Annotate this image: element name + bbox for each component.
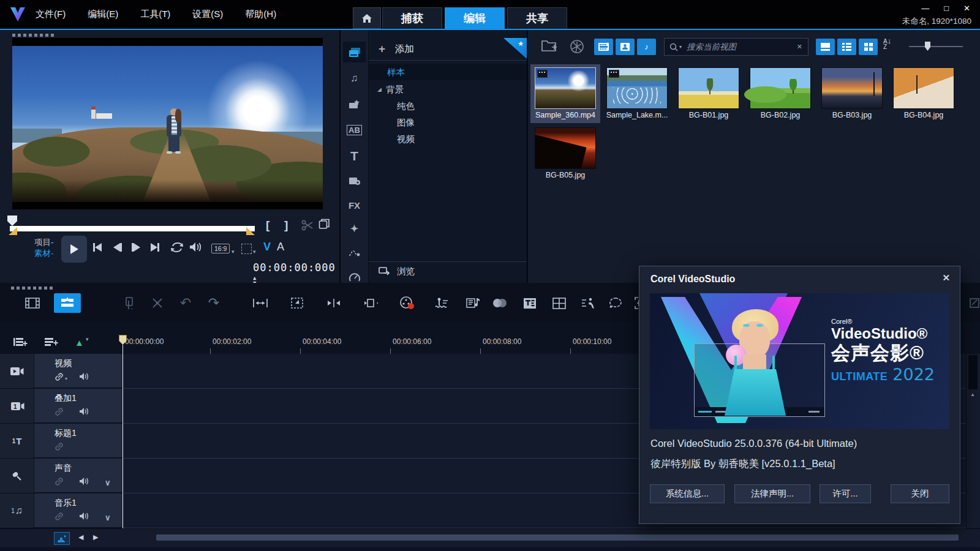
menu-file[interactable]: 文件(F) <box>36 9 66 20</box>
repeat-button[interactable] <box>170 242 184 253</box>
next-frame-button[interactable] <box>132 243 140 252</box>
category-overlay[interactable] <box>343 170 366 191</box>
customize-motion-button[interactable] <box>605 293 626 313</box>
tab-edit[interactable]: 编辑 <box>445 7 505 29</box>
library-item-bgb03[interactable]: BG-B03.jpg <box>817 64 887 123</box>
link-drop-icon[interactable]: ▾ <box>65 376 67 381</box>
timeline-horizontal-scrollbar[interactable] <box>156 534 959 541</box>
hidden-toolbar-icon[interactable] <box>964 293 980 313</box>
trim-bar[interactable] <box>10 226 255 231</box>
title-track-icon[interactable]: 1T <box>0 424 34 459</box>
track-header[interactable]: 音乐1 ∨ <box>34 493 123 528</box>
waveform-toggle-icon[interactable]: ∨ <box>105 478 111 487</box>
preview-video[interactable] <box>12 38 323 209</box>
toolbar-drag-handle[interactable] <box>11 287 53 290</box>
waveform-toggle-icon[interactable]: ∨ <box>105 513 111 522</box>
tree-item-video[interactable]: 视频 <box>369 131 527 147</box>
category-instant-project[interactable] <box>343 94 366 114</box>
category-transition[interactable]: AB <box>343 119 366 140</box>
track-header[interactable]: 视频 ▾ <box>34 354 123 388</box>
go-end-button[interactable] <box>151 243 159 252</box>
shuttle-handle[interactable] <box>7 216 17 226</box>
library-item-samplelake[interactable]: Sample_Lake.m... <box>602 64 672 123</box>
timeline-vertical-scrollbar[interactable]: ▲ <box>966 354 980 528</box>
chapter-marker-button[interactable]: ▲ <box>75 337 84 348</box>
license-button[interactable]: 许可... <box>820 484 871 503</box>
undo-button[interactable]: ↶ <box>175 293 196 313</box>
filter-audio-button[interactable]: ♪ <box>637 39 656 55</box>
system-volume-button[interactable] <box>189 241 202 253</box>
voice-track-icon[interactable] <box>0 459 34 493</box>
panel-drag-handle[interactable] <box>12 34 54 37</box>
video-track-icon[interactable] <box>0 354 34 389</box>
ripple-edit-button[interactable] <box>360 293 381 313</box>
system-info-button[interactable]: 系统信息... <box>650 484 725 503</box>
track-mute-icon[interactable] <box>79 372 89 381</box>
expand-arrow-icon[interactable]: ◢ <box>377 86 382 92</box>
category-motion-path[interactable] <box>343 242 366 263</box>
music-track-icon[interactable]: 1♫ <box>0 493 34 528</box>
close-dialog-button[interactable]: 关闭 <box>891 484 949 503</box>
play-button[interactable] <box>61 236 87 263</box>
v-overlay-toggle[interactable]: V <box>263 241 271 253</box>
library-item-bgb02[interactable]: BG-B02.jpg <box>745 64 815 123</box>
home-button[interactable] <box>353 7 381 29</box>
fit-project-button[interactable] <box>250 293 271 313</box>
insert-track-button[interactable] <box>44 337 59 350</box>
prev-frame-button[interactable] <box>113 243 122 252</box>
menu-settings[interactable]: 设置(S) <box>192 9 223 20</box>
view-thumb-button[interactable] <box>816 39 835 55</box>
blend-mode-button[interactable] <box>490 293 511 313</box>
expand-clip-button[interactable] <box>323 293 344 313</box>
menu-edit[interactable]: 编辑(E) <box>88 9 118 20</box>
render-area-button[interactable] <box>287 293 307 313</box>
filter-photo-button[interactable] <box>616 39 635 55</box>
sort-button[interactable]: A↓Z <box>883 38 897 50</box>
overlay-track-icon[interactable]: 1 <box>0 389 34 424</box>
aspect-drop-icon[interactable]: ▾ <box>232 249 235 255</box>
category-fx[interactable]: FX <box>343 195 366 216</box>
record-capture-button[interactable] <box>397 293 418 313</box>
slider-thumb[interactable] <box>925 42 930 51</box>
motion-tracking-button[interactable] <box>578 293 599 313</box>
scroll-to-playhead-button[interactable] <box>54 532 70 545</box>
scroll-up-icon[interactable]: ▲ <box>970 392 975 397</box>
enlarge-preview-icon[interactable] <box>318 219 330 230</box>
storyboard-view-button[interactable] <box>22 293 43 313</box>
import-media-folder-icon[interactable] <box>541 39 557 52</box>
selection-tool[interactable] <box>241 244 252 254</box>
browse-button[interactable]: 浏览 <box>369 261 527 280</box>
capture-aperture-icon[interactable] <box>570 39 584 54</box>
view-grid-button[interactable] <box>859 39 878 55</box>
minimize-button[interactable]: — <box>921 4 929 13</box>
mark-out-button[interactable]: ] <box>284 219 288 232</box>
track-mute-icon[interactable] <box>79 407 89 416</box>
track-header[interactable]: 标题1 <box>34 424 123 458</box>
copy-tool-button[interactable] <box>120 293 141 313</box>
dialog-close-icon[interactable]: ✕ <box>942 272 950 283</box>
track-header[interactable]: 声音 ∨ <box>34 459 123 493</box>
track-mute-icon[interactable] <box>79 477 89 485</box>
search-clear-icon[interactable]: ✕ <box>797 43 802 51</box>
go-start-button[interactable] <box>93 243 102 252</box>
auto-music-button[interactable] <box>463 293 484 313</box>
tree-item-background[interactable]: ◢ 背景 <box>369 81 527 97</box>
search-box[interactable]: ▾ 搜索当前视图 ✕ <box>664 38 809 56</box>
sound-mixer-button[interactable] <box>431 293 452 313</box>
link-icon[interactable] <box>55 372 64 381</box>
mark-in-button[interactable]: [ <box>266 219 270 232</box>
vertical-scroll-thumb[interactable] <box>968 355 978 389</box>
menu-help[interactable]: 帮助(H) <box>245 9 276 20</box>
tree-item-solid-color[interactable]: 纯色 <box>369 98 527 114</box>
aspect-ratio-chip[interactable]: 16:9 <box>211 244 230 253</box>
track-mute-icon[interactable] <box>79 512 89 520</box>
library-item-bgb04[interactable]: BG-B04.jpg <box>889 64 959 123</box>
library-item-bgb01[interactable]: BG-B01.jpg <box>674 64 744 123</box>
category-title[interactable]: T <box>343 146 366 167</box>
redo-button[interactable]: ↷ <box>203 293 224 313</box>
search-scope-drop[interactable]: ▾ <box>679 44 682 50</box>
split-screen-template-button[interactable] <box>549 293 570 313</box>
view-list-button[interactable] <box>837 39 856 55</box>
add-header[interactable]: + 添加 <box>369 38 527 61</box>
track-header[interactable]: 叠加1 <box>34 389 123 423</box>
